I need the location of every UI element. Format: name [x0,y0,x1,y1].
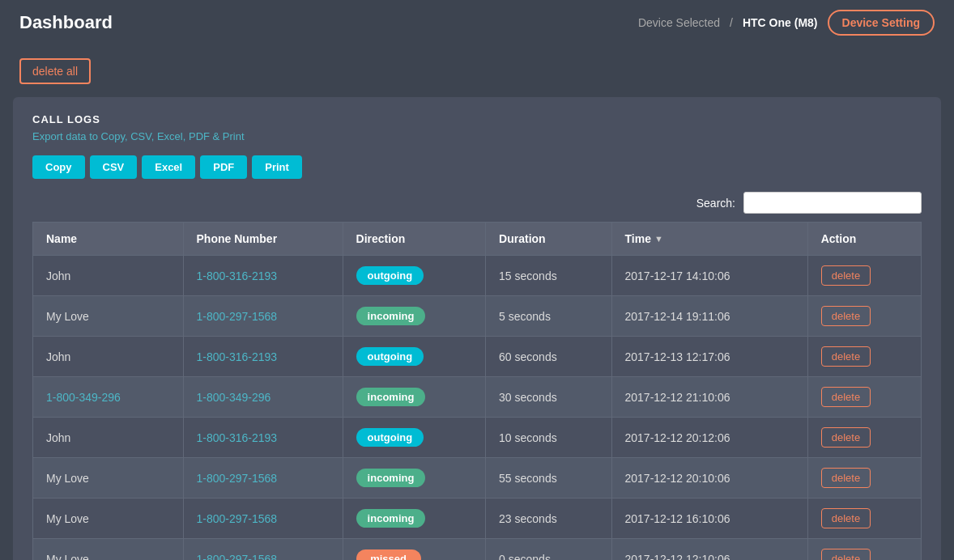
col-direction: Direction [343,223,485,256]
table-header-row: Name Phone Number Direction Duration Tim… [33,223,922,256]
col-time[interactable]: Time ▼ [611,223,807,256]
direction-badge: incoming [356,469,426,487]
cell-time: 2017-12-12 12:10:06 [611,539,807,561]
cell-action: delete [807,458,921,498]
direction-badge: incoming [356,388,426,406]
delete-row-button[interactable]: delete [821,427,871,448]
cell-phone: 1-800-316-2193 [183,337,343,377]
table-row: My Love1-800-297-1568missed0 seconds2017… [33,539,922,561]
cell-phone: 1-800-297-1568 [183,296,343,337]
cell-duration: 0 seconds [486,539,611,561]
delete-row-button[interactable]: delete [821,346,871,367]
delete-row-button[interactable]: delete [821,387,871,407]
cell-action: delete [807,337,921,377]
export-text-prefix: Export data [32,130,87,142]
search-label: Search: [696,197,735,210]
delete-row-button[interactable]: delete [821,306,871,326]
col-time-label: Time [625,232,651,245]
cell-duration: 30 seconds [486,377,611,418]
search-input[interactable] [743,192,922,214]
device-setting-button[interactable]: Device Setting [828,10,935,36]
header: Dashboard Device Selected / HTC One (M8)… [0,0,954,45]
cell-phone: 1-800-297-1568 [183,458,343,498]
pdf-button[interactable]: PDF [200,155,247,179]
delete-row-button[interactable]: delete [821,549,871,560]
cell-name: 1-800-349-296 [33,377,184,418]
delete-row-button[interactable]: delete [821,265,871,286]
direction-badge: outgoing [356,428,424,447]
cell-time: 2017-12-12 16:10:06 [611,498,807,539]
name-link[interactable]: 1-800-349-296 [46,391,121,404]
table-row: My Love1-800-297-1568incoming23 seconds2… [33,498,922,539]
delete-all-button[interactable]: delete all [19,58,91,84]
cell-action: delete [807,539,921,561]
table-row: My Love1-800-297-1568incoming55 seconds2… [33,458,922,498]
cell-time: 2017-12-12 20:12:06 [611,418,807,458]
copy-button[interactable]: Copy [32,155,85,179]
cell-action: delete [807,256,921,296]
delete-row-button[interactable]: delete [821,468,871,488]
cell-duration: 15 seconds [486,256,611,296]
cell-direction: incoming [343,498,485,539]
header-right: Device Selected / HTC One (M8) Device Se… [638,10,935,36]
csv-button[interactable]: CSV [90,155,138,179]
cell-time: 2017-12-17 14:10:06 [611,256,807,296]
cell-phone: 1-800-316-2193 [183,418,343,458]
call-logs-table: Name Phone Number Direction Duration Tim… [32,222,922,560]
cell-direction: outgoing [343,418,485,458]
cell-action: delete [807,498,921,539]
search-row: Search: [32,192,922,214]
col-duration: Duration [486,223,611,256]
content-area: CALL LOGS Export data to Copy, CSV, Exce… [13,97,941,560]
cell-duration: 5 seconds [486,296,611,337]
toolbar: delete all [0,45,954,97]
device-selected-label: Device Selected [638,16,720,29]
col-name: Name [33,223,184,256]
direction-badge: incoming [356,509,426,528]
cell-direction: outgoing [343,337,485,377]
print-button[interactable]: Print [252,155,302,179]
cell-direction: outgoing [343,256,485,296]
col-action: Action [807,223,921,256]
table-row: John1-800-316-2193outgoing60 seconds2017… [33,337,922,377]
direction-badge: incoming [356,307,426,325]
cell-name: My Love [33,296,184,337]
device-name: HTC One (M8) [743,16,818,29]
section-title: CALL LOGS [32,113,922,125]
cell-time: 2017-12-13 12:17:06 [611,337,807,377]
cell-direction: incoming [343,296,485,337]
cell-name: John [33,256,184,296]
cell-duration: 55 seconds [486,458,611,498]
excel-button[interactable]: Excel [142,155,195,179]
cell-action: delete [807,418,921,458]
cell-phone: 1-800-297-1568 [183,498,343,539]
cell-action: delete [807,296,921,337]
export-description: Export data to Copy, CSV, Excel, PDF & P… [32,130,922,142]
delete-row-button[interactable]: delete [821,508,871,528]
cell-time: 2017-12-14 19:11:06 [611,296,807,337]
cell-name: My Love [33,539,184,561]
cell-direction: incoming [343,377,485,418]
cell-direction: missed [343,539,485,561]
export-buttons-row: Copy CSV Excel PDF Print [32,155,922,179]
table-row: 1-800-349-2961-800-349-296incoming30 sec… [33,377,922,418]
cell-time: 2017-12-12 21:10:06 [611,377,807,418]
sort-arrow-icon: ▼ [654,234,663,244]
cell-duration: 60 seconds [486,337,611,377]
table-row: John1-800-316-2193outgoing15 seconds2017… [33,256,922,296]
table-row: John1-800-316-2193outgoing10 seconds2017… [33,418,922,458]
cell-name: My Love [33,458,184,498]
cell-action: delete [807,377,921,418]
cell-phone: 1-800-349-296 [183,377,343,418]
direction-badge: outgoing [356,347,424,366]
cell-phone: 1-800-297-1568 [183,539,343,561]
direction-badge: outgoing [356,266,424,285]
cell-name: John [33,418,184,458]
cell-time: 2017-12-12 20:10:06 [611,458,807,498]
cell-direction: incoming [343,458,485,498]
cell-phone: 1-800-316-2193 [183,256,343,296]
table-row: My Love1-800-297-1568incoming5 seconds20… [33,296,922,337]
cell-name: John [33,337,184,377]
cell-duration: 10 seconds [486,418,611,458]
export-text-suffix: to Copy, CSV, Excel, PDF & Print [89,130,244,142]
